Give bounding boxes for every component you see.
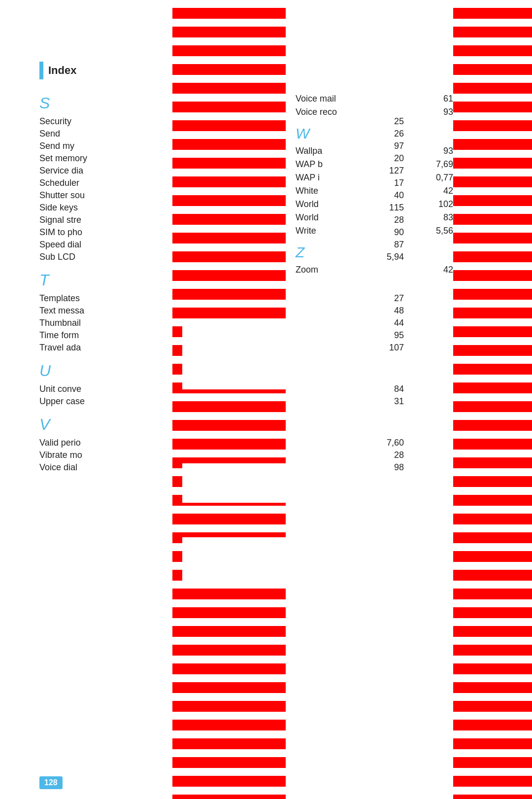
section-v-letter: V — [39, 416, 532, 434]
list-item: Vibrate mo 28 — [39, 450, 532, 460]
list-item: Shutter sou 40 — [39, 190, 532, 201]
list-item: Zoom42 — [296, 265, 453, 275]
list-item: World102 — [296, 199, 453, 209]
blue-accent-bar — [39, 62, 43, 79]
list-item: Side keys 115 — [39, 203, 532, 213]
list-item: Speed dial 87 — [39, 240, 532, 250]
white-rect-3 — [182, 537, 335, 582]
right-column: Voice mail61 Voice reco93 W Wallpa93 WAP… — [296, 94, 453, 278]
list-item: Text messa 48 — [39, 306, 532, 316]
white-rect-1 — [182, 355, 335, 389]
list-item: Send 26 — [39, 129, 532, 139]
list-item: Signal stre 28 — [39, 215, 532, 225]
list-item: Write5,56 — [296, 226, 453, 236]
page-title: Index — [48, 64, 76, 77]
list-item: Scheduler 17 — [39, 178, 532, 188]
list-item: Upper case 31 — [39, 396, 532, 407]
list-item: Templates 27 — [39, 293, 532, 304]
list-item: World83 — [296, 212, 453, 223]
list-item: Service dia 127 — [39, 166, 532, 176]
page-number-badge: 128 — [39, 776, 63, 789]
white-rect-2 — [182, 463, 335, 503]
list-item: Send my 97 — [39, 141, 532, 151]
section-z-letter: Z — [296, 244, 453, 261]
zoom-white-box — [182, 325, 330, 355]
index-header: Index — [39, 62, 532, 79]
list-item: Sub LCD 5,94 — [39, 252, 532, 262]
list-item: Valid perio 7,60 — [39, 438, 532, 448]
list-item: Voice reco93 — [296, 107, 453, 117]
list-item: Security 25 — [39, 116, 532, 127]
list-item: SIM to pho 90 — [39, 227, 532, 238]
list-item: Wallpa93 — [296, 146, 453, 156]
list-item: Voice mail61 — [296, 94, 453, 104]
list-item: WAP b7,69 — [296, 159, 453, 170]
list-item: WAP i0,77 — [296, 173, 453, 183]
section-t-letter: T — [39, 271, 532, 289]
section-w-letter: W — [296, 125, 453, 142]
section-s-letter: S — [39, 94, 532, 112]
list-item: Set memory 20 — [39, 153, 532, 164]
list-item: White42 — [296, 186, 453, 196]
